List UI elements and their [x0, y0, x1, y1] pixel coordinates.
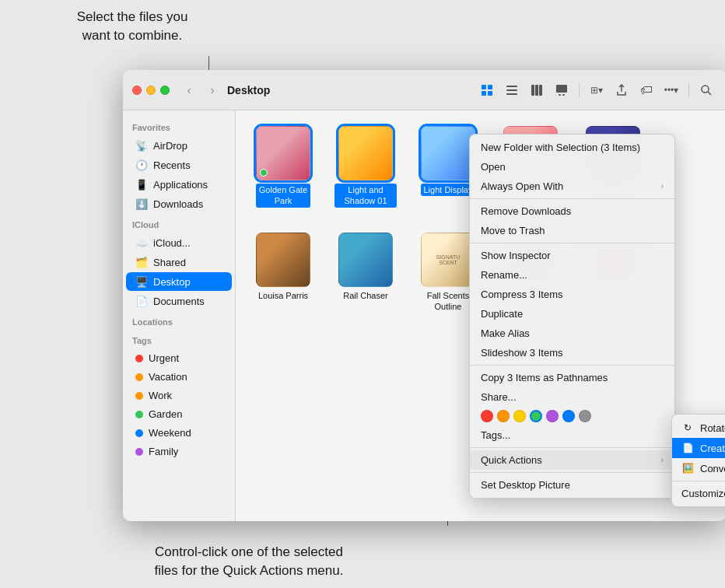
cm-move-to-trash[interactable]: Move to Trash: [470, 221, 674, 240]
cm-quick-actions[interactable]: Quick Actions ›: [470, 450, 674, 470]
shared-icon: 🗂️: [135, 256, 148, 268]
forward-button[interactable]: ›: [204, 82, 221, 99]
airdrop-icon: 📡: [135, 139, 148, 152]
cm-separator-2: [470, 243, 674, 243]
sidebar-item-icloud[interactable]: ☁️ iCloud...: [126, 233, 232, 252]
annotation-top: Select the files you want to combine.: [47, 8, 218, 45]
cm-show-inspector[interactable]: Show Inspector: [470, 246, 674, 265]
file-item-ggp[interactable]: Golden GatePark: [248, 123, 318, 220]
tag-yellow[interactable]: [513, 410, 526, 422]
cm-slideshow[interactable]: Slideshow 3 Items: [470, 343, 674, 362]
sm-customize[interactable]: Customize...: [672, 484, 725, 503]
sidebar-tag-vacation[interactable]: Vacation: [126, 368, 232, 386]
sidebar-tag-work[interactable]: Work: [126, 387, 232, 404]
cm-set-desktop-picture[interactable]: Set Desktop Picture: [470, 475, 674, 495]
list-view-button[interactable]: [501, 79, 523, 101]
cm-new-folder[interactable]: New Folder with Selection (3 Items): [470, 138, 674, 157]
svg-rect-7: [531, 85, 534, 96]
urgent-label: Urgent: [149, 352, 179, 364]
tag-green[interactable]: [530, 410, 542, 422]
svg-rect-9: [539, 85, 542, 96]
svg-rect-8: [535, 85, 538, 96]
sm-create-pdf[interactable]: 📄 Create PDF: [672, 438, 725, 458]
cm-copy-pathnames[interactable]: Copy 3 Items as Pathnames: [470, 368, 674, 387]
cm-always-open-with[interactable]: Always Open With ›: [470, 177, 674, 196]
search-button[interactable]: [695, 79, 717, 101]
file-thumb-fs: SIGNATUSCENT: [421, 233, 475, 287]
family-dot: [135, 448, 143, 456]
tag-blue[interactable]: [562, 410, 575, 422]
tag-red[interactable]: [481, 410, 493, 422]
sidebar-item-desktop[interactable]: 🖥️ Desktop: [126, 272, 232, 291]
file-item-las[interactable]: Light and Shadow 01: [331, 123, 401, 220]
sidebar-tag-family[interactable]: Family: [126, 443, 232, 460]
icloud-icon: ☁️: [135, 236, 148, 249]
weekend-dot: [135, 429, 143, 437]
back-button[interactable]: ‹: [180, 82, 198, 99]
color-tags: [470, 407, 674, 425]
sidebar-tag-garden[interactable]: Garden: [126, 405, 232, 423]
svg-rect-4: [506, 86, 517, 87]
column-view-button[interactable]: [526, 79, 548, 101]
annotation-bottom: Control-click one of the selected files …: [117, 543, 381, 580]
vacation-label: Vacation: [149, 371, 187, 383]
file-thumb-ggp: [256, 126, 310, 180]
sidebar-item-applications[interactable]: 📱 Applications: [126, 175, 232, 194]
svg-rect-11: [559, 94, 561, 96]
sidebar-item-downloads-label: Downloads: [153, 198, 203, 210]
sidebar-tag-weekend[interactable]: Weekend: [126, 424, 232, 442]
file-item-lp[interactable]: Louisa Parris: [248, 229, 318, 327]
gallery-view-button[interactable]: [551, 79, 573, 101]
cm-separator-3: [470, 365, 674, 366]
cm-chevron-quick-actions: ›: [661, 456, 664, 464]
sidebar-item-downloads[interactable]: ⬇️ Downloads: [126, 194, 232, 213]
svg-rect-10: [556, 85, 567, 93]
groupby-button[interactable]: ⊞▾: [586, 79, 608, 101]
share-button[interactable]: [611, 79, 632, 101]
sidebar-item-recents-label: Recents: [153, 159, 191, 171]
sidebar-item-applications-label: Applications: [153, 179, 208, 191]
file-thumb-lp: [256, 233, 310, 287]
file-item-rc[interactable]: Rail Chaser: [331, 229, 401, 327]
file-name-ld: Light Display: [421, 184, 476, 196]
cm-make-alias[interactable]: Make Alias: [470, 324, 674, 343]
sidebar: Favorites 📡 AirDrop 🕐 Recents 📱 Applicat…: [123, 110, 236, 521]
sm-rotate-right[interactable]: ↻ Rotate Right: [672, 418, 725, 438]
cm-tags[interactable]: Tags...: [470, 425, 674, 445]
sm-convert-image[interactable]: 🖼️ Convert Image: [672, 458, 725, 478]
garden-dot: [135, 411, 143, 418]
sidebar-item-documents[interactable]: 📄 Documents: [126, 292, 232, 310]
cm-compress[interactable]: Compress 3 Items: [470, 285, 674, 304]
sidebar-item-shared[interactable]: 🗂️ Shared: [126, 253, 232, 271]
minimize-button[interactable]: [146, 86, 156, 95]
tag-button[interactable]: 🏷: [636, 79, 657, 101]
documents-icon: 📄: [135, 295, 148, 307]
pdf-icon: 📄: [681, 442, 694, 454]
cm-share[interactable]: Share...: [470, 387, 674, 407]
cm-open[interactable]: Open: [470, 157, 674, 177]
tag-gray[interactable]: [579, 410, 591, 422]
file-name-ggp: Golden GatePark: [256, 184, 310, 208]
close-button[interactable]: [132, 86, 142, 95]
sidebar-item-recents[interactable]: 🕐 Recents: [126, 156, 232, 174]
cm-chevron-open-with: ›: [661, 182, 664, 191]
sidebar-tag-urgent[interactable]: Urgent: [126, 349, 232, 367]
grid-view-button[interactable]: [476, 79, 498, 101]
cm-rename[interactable]: Rename...: [470, 265, 674, 285]
downloads-icon: ⬇️: [135, 198, 148, 210]
titlebar: ‹ › Desktop: [123, 70, 725, 110]
tag-purple[interactable]: [546, 410, 559, 422]
cm-remove-downloads[interactable]: Remove Downloads: [470, 201, 674, 221]
content-area: Favorites 📡 AirDrop 🕐 Recents 📱 Applicat…: [123, 110, 725, 521]
cm-duplicate[interactable]: Duplicate: [470, 304, 674, 324]
file-name-lp: Louisa Parris: [258, 290, 308, 301]
tag-orange[interactable]: [497, 410, 510, 422]
file-name-fs: Fall ScentsOutline: [427, 290, 469, 313]
rotate-icon: ↻: [681, 422, 694, 434]
maximize-button[interactable]: [160, 86, 170, 95]
file-thumb-rc: [338, 233, 393, 287]
quick-actions-submenu: ↻ Rotate Right 📄 Create PDF 🖼️ Convert I…: [671, 414, 725, 507]
weekend-label: Weekend: [149, 427, 191, 439]
more-button[interactable]: •••▾: [660, 79, 682, 101]
sidebar-item-airdrop[interactable]: 📡 AirDrop: [126, 136, 232, 155]
